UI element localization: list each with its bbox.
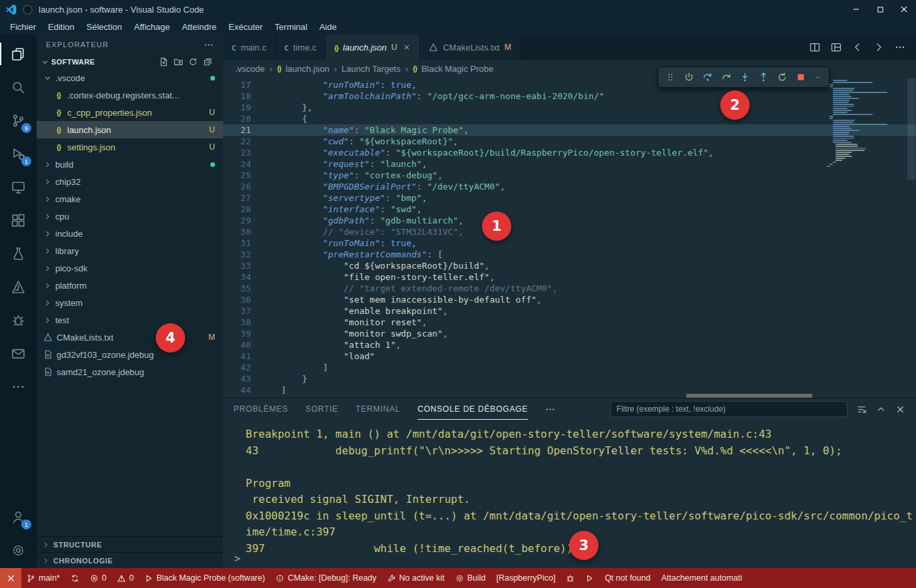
statusbar-remote-indicator[interactable]: [0, 568, 21, 588]
code-line-20[interactable]: 20 {: [223, 113, 916, 124]
sidebar-section-structure[interactable]: STRUCTURE: [37, 536, 223, 552]
tab-launch.json[interactable]: {}launch.jsonU: [326, 35, 420, 60]
activity-run-debug-icon[interactable]: 1: [0, 137, 37, 170]
code-line-33[interactable]: 33 "cd ${workspaceRoot}/build",: [223, 260, 916, 271]
code-line-21[interactable]: 21 "name": "Black Magic Probe",: [223, 124, 916, 136]
statusbar-item-0[interactable]: 0: [112, 568, 139, 588]
code-line-41[interactable]: 41 "load": [223, 351, 916, 362]
menu-item-atteindre[interactable]: Atteindre: [176, 21, 222, 33]
panel-tab-console-de-d-bogage[interactable]: CONSOLE DE DÉBOGAGE: [417, 398, 528, 420]
menu-item-aide[interactable]: Aide: [314, 21, 343, 33]
stop-icon[interactable]: [796, 72, 806, 82]
statusbar-item-0[interactable]: 0: [85, 568, 112, 588]
tab-cmakelists.txt[interactable]: CMakeLists.txtM: [420, 35, 520, 60]
code-line-26[interactable]: 26 "BMPGDBSerialPort": "/dev/ttyACM0",: [223, 181, 916, 192]
tree-item--cortex-debug-registers-stat-[interactable]: {}.cortex-debug.registers.stat...: [37, 86, 223, 104]
minimize-button[interactable]: [844, 0, 868, 19]
tree-item-c-cpp-properties-json[interactable]: {}c_cpp_properties.jsonU: [37, 104, 223, 121]
tree-item-build[interactable]: build: [37, 156, 223, 173]
panel-more-icon[interactable]: [545, 404, 555, 414]
activity-source-control-icon[interactable]: 9: [0, 104, 37, 137]
close-window-button[interactable]: [892, 0, 916, 19]
tree-item-gd32vf103-ozone-jdebug[interactable]: gd32vf103_ozone.jdebug: [37, 346, 223, 363]
activity-mail-icon[interactable]: [0, 337, 37, 370]
statusbar-item-cmake-debug-ready[interactable]: CMake: [Debug]: Ready: [270, 568, 381, 588]
step-into-icon[interactable]: [740, 72, 750, 82]
tab-time.c[interactable]: Ctime.c: [276, 35, 326, 60]
code-line-36[interactable]: 36 "set mem inaccessible-by-default off"…: [223, 294, 916, 305]
panel-clear-console-icon[interactable]: [857, 404, 867, 414]
drag-handle-icon[interactable]: [665, 72, 676, 82]
maximize-button[interactable]: [868, 0, 892, 19]
menu-item-exécuter[interactable]: Exécuter: [222, 21, 268, 33]
code-line-34[interactable]: 34 "file open-story-teller.elf",: [223, 271, 916, 283]
code-line-43[interactable]: 43 }: [223, 373, 916, 384]
menu-item-terminal[interactable]: Terminal: [269, 21, 314, 33]
sidebar-action-refresh-icon[interactable]: [188, 57, 198, 67]
sidebar-action-new-folder-icon[interactable]: [174, 57, 183, 67]
code-line-31[interactable]: 31 "runToMain": true,: [223, 237, 916, 249]
code-line-27[interactable]: 27 "servertype": "bmp",: [223, 192, 916, 204]
menu-item-fichier[interactable]: Fichier: [4, 21, 42, 33]
tab-main.c[interactable]: Cmain.c: [223, 35, 276, 60]
restart-icon[interactable]: [777, 72, 788, 82]
code-line-29[interactable]: 29 "gdbPath": "gdb-multiarch",: [223, 215, 916, 226]
tree-item-library[interactable]: library: [37, 242, 223, 259]
debug-console-prompt[interactable]: >: [234, 553, 240, 565]
code-line-22[interactable]: 22 "cwd": "${workspaceRoot}",: [223, 136, 916, 147]
activity-cmake-tools-icon[interactable]: [0, 270, 37, 303]
panel-chevron-up-icon[interactable]: [876, 404, 886, 414]
chevron-down-icon[interactable]: [814, 73, 822, 81]
menu-item-affichage[interactable]: Affichage: [128, 21, 176, 33]
tree-item-platform[interactable]: platform: [37, 277, 223, 294]
statusbar-item[interactable]: [65, 568, 85, 588]
tabbar-back-arrow-icon[interactable]: [852, 42, 863, 53]
tree-item-include[interactable]: include: [37, 225, 223, 242]
statusbar-item-black-magic-probe-software-[interactable]: Black Magic Probe (software): [139, 568, 270, 588]
tabbar-forward-arrow-icon[interactable]: [873, 42, 884, 53]
tree-item-cmake[interactable]: cmake: [37, 190, 223, 208]
code-editor[interactable]: 17 "runToMain": true,18 "armToolchainPat…: [223, 77, 916, 398]
editor-scrollbar[interactable]: [907, 78, 915, 180]
activity-test-flask-icon[interactable]: [0, 237, 37, 270]
activity-search-icon[interactable]: [0, 71, 37, 104]
code-line-42[interactable]: 42 ]: [223, 362, 916, 373]
tree-item-test[interactable]: test: [37, 311, 223, 329]
statusbar-item[interactable]: [580, 568, 599, 588]
code-line-19[interactable]: 19 },: [223, 102, 916, 113]
breadcrumb-item[interactable]: Black Magic Probe: [421, 64, 493, 74]
activity-debug-bug-icon[interactable]: [0, 303, 37, 337]
tabbar-split-editor-icon[interactable]: [809, 42, 820, 53]
tree-item-cmakelists-txt[interactable]: CMakeLists.txtM: [37, 329, 223, 346]
sidebar-action-collapse-all-icon[interactable]: [203, 57, 212, 67]
statusbar-item-qt-not-found[interactable]: Qt not found: [599, 568, 656, 588]
tree-item-chip32[interactable]: chip32: [37, 173, 223, 190]
code-line-24[interactable]: 24 "request": "launch",: [223, 158, 916, 170]
minimap[interactable]: [824, 80, 905, 168]
breadcrumb-item[interactable]: launch.json: [286, 64, 330, 74]
code-line-37[interactable]: 37 "enable breakpoint",: [223, 305, 916, 317]
tree-item--vscode[interactable]: .vscode: [37, 69, 223, 86]
power-icon[interactable]: [684, 72, 694, 82]
tree-item-launch-json[interactable]: {}launch.jsonU: [37, 121, 223, 138]
activity-remote-explorer-icon[interactable]: [0, 170, 37, 204]
activity-account-icon[interactable]: 1: [0, 500, 37, 533]
breadcrumb-item[interactable]: Launch Targets: [342, 64, 401, 74]
tabbar-layout-icon[interactable]: [831, 42, 841, 53]
panel-tab-sortie[interactable]: SORTIE: [306, 398, 338, 420]
menu-item-sélection[interactable]: Sélection: [81, 21, 128, 33]
tree-item-samd21-ozone-jdebug[interactable]: samd21_ozone.jdebug: [37, 363, 223, 380]
activity-more-views-icon[interactable]: [0, 370, 37, 403]
tab-close-icon[interactable]: [403, 43, 411, 51]
panel-close-icon[interactable]: [895, 404, 905, 414]
step-out-icon[interactable]: [758, 72, 769, 82]
activity-settings-gear-icon[interactable]: [0, 533, 37, 567]
statusbar-item-attachement-automati[interactable]: Attachement automati: [656, 568, 748, 588]
restart-alt-icon[interactable]: [721, 72, 732, 82]
code-line-25[interactable]: 25 "type": "cortex-debug",: [223, 170, 916, 181]
breadcrumb-item[interactable]: .vscode: [235, 64, 265, 74]
step-over-icon[interactable]: [702, 72, 713, 82]
code-line-35[interactable]: 35 // "target extended-remote /dev/ttyAC…: [223, 283, 916, 294]
statusbar-item-build[interactable]: Build: [450, 568, 491, 588]
code-line-39[interactable]: 39 "monitor swdp_scan",: [223, 328, 916, 339]
